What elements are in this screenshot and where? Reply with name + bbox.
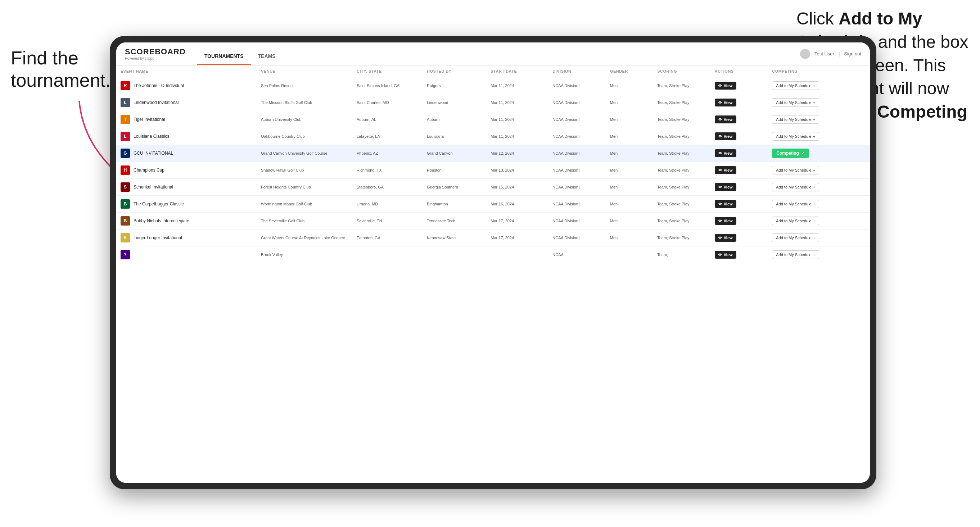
view-button[interactable]: 👁View [715, 234, 737, 242]
add-to-schedule-button[interactable]: Add to My Schedule + [772, 217, 819, 225]
add-to-schedule-button[interactable]: Add to My Schedule + [772, 115, 819, 124]
cell-event: LLindenwood Invitational [116, 94, 257, 111]
tab-tournaments[interactable]: TOURNAMENTS [197, 43, 251, 65]
cell-event: HChampions Cup [116, 162, 257, 179]
view-button[interactable]: 👁View [715, 183, 737, 191]
cell-city: Statesboro, GA [352, 179, 423, 196]
cell-actions: 👁View [710, 145, 768, 162]
add-to-schedule-button[interactable]: Add to My Schedule + [772, 183, 819, 191]
hosted-text: Tennessee Tech [427, 219, 455, 223]
tab-teams[interactable]: TEAMS [251, 43, 283, 65]
header-right: Test User | Sign out [800, 49, 861, 59]
eye-icon: 👁 [718, 185, 722, 189]
hosted-text: Kennesaw State [427, 236, 456, 240]
team-logo: B [121, 199, 130, 209]
team-logo: B [121, 216, 130, 225]
signout-link[interactable]: Sign out [844, 51, 861, 57]
cell-actions: 👁View [710, 213, 768, 230]
cell-gender: Men [606, 230, 653, 246]
scoring-text: Team, Stroke Play [657, 219, 689, 223]
table-body: RThe Johnnie - O IndividualSea Palms Res… [116, 77, 870, 264]
event-name-text: GCU INVITATIONAL [134, 151, 173, 156]
cell-division: NCAA Division I [548, 128, 606, 145]
th-event: EVENT NAME [116, 65, 257, 77]
view-button[interactable]: 👁View [715, 217, 737, 225]
cell-division: NCAA Division I [548, 179, 606, 196]
table-head: EVENT NAME VENUE CITY, STATE HOSTED BY S… [116, 65, 870, 77]
th-hosted: HOSTED BY [423, 65, 486, 77]
event-name-text: Linger Longer Invitational [134, 235, 182, 240]
cell-date: Mar 11, 2024 [486, 94, 548, 111]
cell-hosted: Louisiana [423, 128, 486, 145]
cell-scoring: Team, Stroke Play [653, 77, 710, 94]
add-to-schedule-button[interactable]: Add to My Schedule + [772, 81, 819, 90]
event-name-text: Bobby Nichols Intercollegiate [134, 218, 189, 224]
cell-gender: Men [606, 179, 653, 196]
tournaments-table: EVENT NAME VENUE CITY, STATE HOSTED BY S… [116, 65, 870, 264]
add-to-schedule-button[interactable]: Add to My Schedule + [772, 132, 819, 141]
view-button[interactable]: 👁View [715, 166, 737, 174]
add-to-schedule-button[interactable]: Add to My Schedule + [772, 98, 819, 107]
cell-competing: Add to My Schedule + [768, 196, 870, 213]
view-button[interactable]: 👁View [715, 82, 737, 90]
cell-date [486, 246, 548, 264]
table-row: SSchenkel InvitationalForest Heights Cou… [116, 179, 870, 196]
eye-icon: 👁 [718, 168, 722, 172]
cell-hosted: Tennessee Tech [423, 213, 486, 230]
cell-venue: Oakbourne Country Club [257, 128, 352, 145]
cell-gender: Men [606, 196, 653, 213]
cell-city: Lafayette, LA [352, 128, 423, 145]
date-text: Mar 11, 2024 [490, 134, 514, 138]
team-logo: R [121, 81, 130, 90]
cell-hosted: Kennesaw State [423, 230, 486, 246]
division-text: NCAA Division I [552, 83, 581, 88]
user-label: Test User [815, 51, 834, 57]
add-to-schedule-button[interactable]: Add to My Schedule + [772, 200, 819, 208]
view-button[interactable]: 👁View [715, 116, 737, 124]
gender-text: Men [610, 202, 617, 206]
scoring-text: Team, Stroke Play [657, 100, 689, 105]
check-icon: ✓ [801, 151, 805, 156]
view-button[interactable]: 👁View [715, 200, 737, 208]
event-name-text: Louisiana Classics [134, 134, 169, 139]
app-header: SCOREBOARD Powered by clippd TOURNAMENTS… [116, 43, 870, 65]
plus-icon: + [813, 236, 815, 240]
venue-text: Great Waters Course At Reynolds Lake Oco… [261, 236, 345, 240]
cell-date: Mar 11, 2024 [486, 77, 548, 94]
cell-gender [606, 246, 653, 264]
city-text: Saint Charles, MO [357, 100, 389, 105]
cell-city: Richmond, TX [352, 162, 423, 179]
th-competing: COMPETING [768, 65, 870, 77]
city-text: Lafayette, LA [357, 134, 380, 138]
cell-date: Mar 17, 2024 [486, 230, 548, 246]
venue-text: The Sevierville Golf Club [261, 219, 304, 223]
date-text: Mar 11, 2024 [490, 100, 514, 105]
scoring-text: Team, Stroke Play [657, 83, 689, 88]
hosted-text: Georgia Southern [427, 185, 458, 189]
cell-competing: Add to My Schedule + [768, 111, 870, 128]
event-name-text: Lindenwood Invitational [134, 100, 178, 105]
add-to-schedule-button[interactable]: Add to My Schedule + [772, 233, 819, 242]
team-logo: ? [121, 250, 130, 259]
date-text: Mar 17, 2024 [490, 236, 514, 240]
view-button[interactable]: 👁View [715, 149, 737, 157]
venue-text: Sea Palms Resort [261, 83, 293, 88]
cell-date: Mar 11, 2024 [486, 128, 548, 145]
city-text: Richmond, TX [357, 168, 382, 172]
add-to-schedule-button[interactable]: Add to My Schedule + [772, 166, 819, 175]
add-label: Add to My Schedule [776, 168, 811, 172]
cell-event: BThe Carpetbagger Classic [116, 196, 257, 213]
cell-venue: Brook Valley [257, 246, 352, 264]
cell-event: TTiger Invitational [116, 111, 257, 128]
table-row: TTiger InvitationalAuburn University Clu… [116, 111, 870, 128]
view-button[interactable]: 👁View [715, 251, 737, 259]
view-button[interactable]: 👁View [715, 132, 737, 140]
view-button[interactable]: 👁View [715, 98, 737, 106]
city-text: Urbana, MD [357, 202, 378, 206]
competing-button[interactable]: Competing ✓ [772, 149, 809, 158]
add-to-schedule-button[interactable]: Add to My Schedule + [772, 250, 819, 259]
cell-event: GGCU INVITATIONAL [116, 145, 257, 162]
team-logo: T [121, 115, 130, 124]
cell-date: Mar 15, 2024 [486, 179, 548, 196]
scoring-text: Team, Stroke Play [657, 185, 689, 189]
